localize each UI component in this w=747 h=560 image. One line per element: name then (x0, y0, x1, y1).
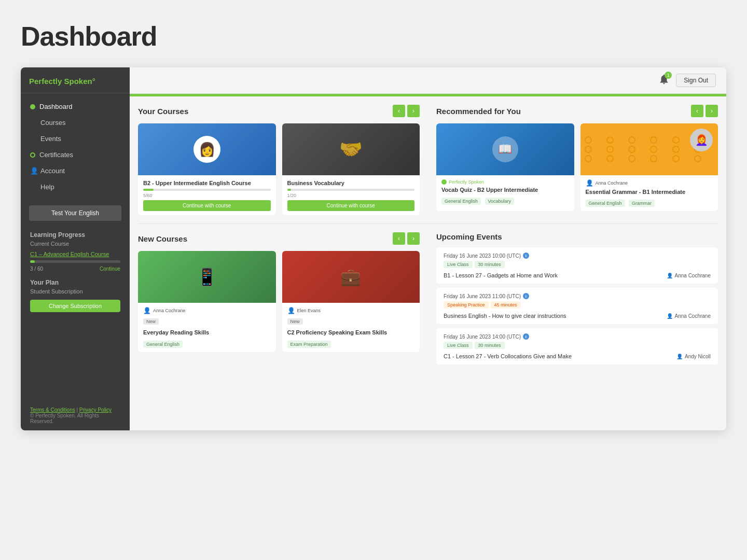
new-course-icon-2: 💼 (340, 267, 361, 287)
sidebar-item-events[interactable]: Events (21, 131, 130, 147)
rec-thumb-1: 📖 (436, 123, 574, 175)
upcoming-events-title: Upcoming Events (436, 232, 502, 241)
upcoming-events-section: Upcoming Events Friday 16 June 2023 10:0… (428, 224, 726, 377)
sidebar-item-courses[interactable]: Courses (21, 115, 130, 131)
your-courses-next[interactable]: › (407, 105, 420, 117)
new-courses-title: New Courses (138, 234, 187, 243)
teacher-person-icon-1: 👤 (143, 307, 151, 314)
recommended-nav: ‹ › (691, 105, 718, 117)
new-course-title-2: C2 Proficiency Speaking Exam Skills (287, 329, 415, 336)
new-course-body-1: 👤 Anna Cochrane New Everyday Reading Ski… (138, 303, 276, 352)
event-tag-duration-1: 30 minutes (475, 261, 505, 268)
certificates-dot-icon (30, 152, 35, 158)
recommended-section: Recommended for You ‹ › 📖 (428, 96, 726, 223)
notification-bell[interactable]: 1 (658, 74, 670, 87)
your-courses-title: Your Courses (138, 107, 188, 116)
your-courses-header: Your Courses ‹ › (138, 105, 420, 117)
new-course-card-2: 💼 👤 Elen Evans New C2 Proficiency Speaki… (282, 251, 420, 352)
teacher-icon: 👤 (586, 179, 593, 187)
rec-card-1: 📖 Perfectly Spoken Vocab Quiz - B2 Upper… (436, 123, 574, 211)
event-teacher-2: 👤 Anna Cochrane (667, 313, 711, 319)
test-your-english-button[interactable]: Test Your English (29, 205, 121, 221)
course-progress-fill (30, 260, 35, 263)
continue-course-1-button[interactable]: Continue with course (143, 200, 271, 211)
new-course-body-2: 👤 Elen Evans New C2 Proficiency Speaking… (282, 303, 420, 352)
your-courses-nav: ‹ › (393, 105, 420, 117)
change-subscription-button[interactable]: Change Subscription (30, 300, 120, 312)
event-tags-3: Live Class 30 minutes (444, 342, 711, 349)
rec-thumb-2: 👩‍🦰 (580, 123, 718, 175)
event-row-3: C1 - Lesson 27 - Verb Collocations Give … (444, 352, 711, 359)
course-body-2: Business Vocabulary 1/20 Continue with c… (282, 175, 420, 215)
event-title-1: B1 - Lesson 27 - Gadgets at Home and Wor… (444, 272, 558, 278)
rec-tags-1: General English Vocabulary (441, 195, 569, 205)
new-course-thumb-1: 📱 (138, 251, 276, 303)
your-courses-grid: 👩 B2 - Upper Intermediate English Course… (138, 123, 420, 215)
top-content-grid: Your Courses ‹ › 👩 (130, 96, 726, 223)
course-thumb-2: 🤝 (282, 123, 420, 175)
course-title-1: B2 - Upper Intermediate English Course (143, 179, 271, 187)
course-progress-label-1: 5/60 (143, 193, 271, 198)
new-courses-section: New Courses ‹ › 📱 👤 (130, 224, 428, 377)
course-progress-bar-2 (287, 189, 415, 191)
upcoming-events-header: Upcoming Events (436, 232, 718, 241)
event-date-1: Friday 16 June 2023 10:00 (UTC) i (444, 253, 711, 259)
bottom-content-grid: New Courses ‹ › 📱 👤 (130, 224, 726, 377)
teacher-person-icon-2: 👤 (287, 307, 295, 314)
event-date-3: Friday 16 June 2023 14:00 (UTC) i (444, 333, 711, 340)
terms-link[interactable]: Terms & Conditions (30, 407, 75, 413)
recommended-grid: 📖 Perfectly Spoken Vocab Quiz - B2 Upper… (436, 123, 718, 211)
course-card-1: 👩 B2 - Upper Intermediate English Course… (138, 123, 276, 215)
app-container: Perfectly Spoken° Dashboard Courses Even… (21, 67, 726, 430)
new-course-tag-2: Exam Preparation (287, 341, 331, 348)
current-course-name[interactable]: C1 – Advanced English Course (21, 250, 130, 258)
course-progress-count: 3 / 60 Continue (21, 265, 130, 275)
your-plan-label: Your Plan (21, 275, 130, 287)
event-card-2: Friday 16 June 2023 11:00 (UTC) i Speaki… (436, 288, 718, 324)
sidebar-item-dashboard[interactable]: Dashboard (21, 99, 130, 115)
course-progress-label-2: 1/20 (287, 193, 415, 198)
event-tags-2: Speaking Practice 45 minutes (444, 301, 711, 309)
event-date-2: Friday 16 June 2023 11:00 (UTC) i (444, 293, 711, 299)
continue-course-2-button[interactable]: Continue with course (287, 200, 415, 211)
recommended-next[interactable]: › (706, 105, 718, 117)
recommended-header: Recommended for You ‹ › (436, 105, 718, 117)
rec-card-2: 👩‍🦰 👤 Anna Cochrane Essential Grammar - … (580, 123, 718, 211)
event-card-1: Friday 16 June 2023 10:00 (UTC) i Live C… (436, 247, 718, 284)
rec-tag-general-2: General English (586, 200, 625, 207)
event-title-2: Business English - How to give clear ins… (444, 313, 566, 319)
event-title-3: C1 - Lesson 27 - Verb Collocations Give … (444, 353, 572, 359)
course-progress-bar-1 (143, 189, 271, 191)
course-progress-bar (30, 260, 120, 263)
dashboard-dot-icon (30, 104, 35, 109)
main-content: 1 Sign Out Your Courses ‹ › (130, 67, 726, 430)
event-teacher-1: 👤 Anna Cochrane (667, 273, 711, 278)
sign-out-button[interactable]: Sign Out (676, 74, 716, 87)
provider-dot-icon (441, 179, 447, 185)
current-course-label: Current Course (21, 241, 130, 250)
top-bar: 1 Sign Out (130, 67, 726, 94)
course-progress-fill-1 (143, 189, 154, 191)
privacy-link[interactable]: Privacy Policy (79, 407, 112, 413)
new-course-title-1: Everyday Reading Skills (143, 329, 271, 336)
event-tag-duration-2: 45 minutes (491, 301, 521, 309)
teacher-avatar-icon-2: 👤 (667, 313, 673, 319)
sidebar-item-help[interactable]: Help (21, 179, 130, 195)
sidebar: Perfectly Spoken° Dashboard Courses Even… (21, 67, 130, 430)
rec-teacher-avatar-2: 👩‍🦰 (690, 129, 713, 151)
your-courses-prev[interactable]: ‹ (393, 105, 405, 117)
sidebar-logo: Perfectly Spoken° (21, 67, 130, 93)
sidebar-item-certificates[interactable]: Certificates (21, 147, 130, 163)
sidebar-item-account[interactable]: 👤 Account (21, 163, 130, 179)
new-course-icon-1: 📱 (197, 267, 217, 287)
new-courses-grid: 📱 👤 Anna Cochrane New Everyday Reading S… (138, 251, 420, 352)
event-info-icon-3: i (523, 333, 529, 340)
rec-provider-1: Perfectly Spoken (441, 179, 569, 185)
recommended-prev[interactable]: ‹ (691, 105, 703, 117)
sidebar-footer: Terms & Conditions | Privacy Policy © Pe… (21, 401, 130, 430)
new-courses-prev[interactable]: ‹ (393, 232, 405, 245)
rec-tag-grammar: Grammar (629, 200, 655, 207)
rec-tag-vocab: Vocabulary (485, 198, 515, 205)
new-courses-next[interactable]: › (407, 232, 420, 245)
new-badge-1: New (143, 318, 159, 325)
